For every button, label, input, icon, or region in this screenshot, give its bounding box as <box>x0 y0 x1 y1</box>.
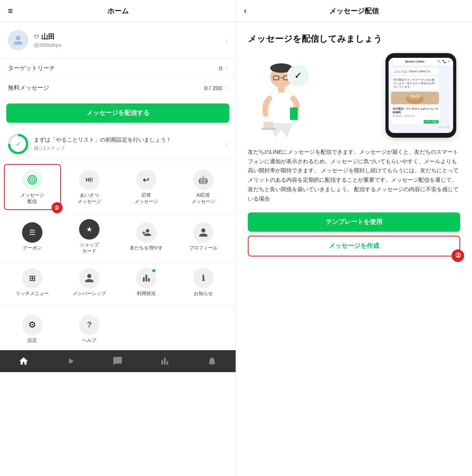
chat-coffee-image <box>391 92 439 104</box>
menu-item-message-delivery[interactable]: メッセージ配信 ① <box>4 164 61 210</box>
chat-coupon-card: 本日限定！ランチタイムのコーヒー1杯無料 有効期限：2022/12/31 今すぐ… <box>391 106 440 124</box>
membership-label: メンバーシップ <box>73 291 106 297</box>
phone-messages: こんにちは！Brown Coffeeです。 本日限定のランチクーポンをお届けしま… <box>389 66 453 133</box>
profile-name-row: 🛡 山田 <box>34 32 225 41</box>
send-message-button[interactable]: メッセージを配信する <box>6 103 229 123</box>
profile-menu-label: プロフィール <box>189 245 218 251</box>
nav-home[interactable] <box>0 351 47 372</box>
free-message-label: 無料メッセージ <box>8 84 49 92</box>
phone-chat-header: ‹ Brown Coffee 🔍📞≡ <box>389 58 453 66</box>
back-icon[interactable]: ‹ <box>244 6 247 16</box>
chat-card-footer: 今すぐ確認 <box>391 119 440 124</box>
menu-item-ai[interactable]: 🤖 AI応答メッセージ <box>175 164 232 210</box>
chat-bubble-2: 本日限定のランチクーポンをお届けします！皆さまのご来店をお待ちしています。 <box>391 76 439 90</box>
free-message-value: 0 / 200 <box>204 85 222 91</box>
usage-icon <box>136 268 157 288</box>
right-panel-title: メッセージを配信してみましょう <box>248 33 460 45</box>
profile-id: @356bdhpx <box>34 42 225 48</box>
phone-screen: ‹ Brown Coffee 🔍📞≡ こんにちは！Brown Coffeeです。… <box>389 58 453 133</box>
settings-row: ⚙ 設定 ? ヘルプ <box>0 306 236 350</box>
template-button[interactable]: テンプレートを使用 <box>248 212 460 232</box>
left-panel: 🛡 山田 @356bdhpx › ターゲットリーチ 0 › 無料メッセージ 0 … <box>0 22 236 476</box>
usage-label: 利用状況 <box>137 291 156 297</box>
todo-check-icon: ✓ <box>16 140 21 148</box>
menu-item-profile[interactable]: プロフィール <box>175 214 232 259</box>
coffee-svg <box>403 92 427 104</box>
menu-item-shopcard[interactable]: ★ ショップカード <box>61 214 118 259</box>
menu-item-coupon[interactable]: ☰ クーポン <box>4 214 61 259</box>
profile-name: 山田 <box>41 32 55 41</box>
richmenu-label: リッチメニュー <box>16 291 49 297</box>
free-message-value-row: 0 / 200 › <box>204 84 228 92</box>
greeting-label: あいさつメッセージ <box>77 192 101 205</box>
menu-item-response[interactable]: ↩ 応答メッセージ <box>118 164 175 210</box>
phone-menu-label: メニュー▲ <box>391 126 451 129</box>
person-icon <box>13 35 24 46</box>
create-message-button[interactable]: メッセージを作成 <box>248 236 460 256</box>
target-reach-value: 0 <box>219 65 222 72</box>
phone-brand-name: Brown Coffee <box>405 60 424 63</box>
target-reach-value-row: 0 › <box>219 64 228 72</box>
ai-icon: 🤖 <box>193 170 214 190</box>
main-content: 🛡 山田 @356bdhpx › ターゲットリーチ 0 › 無料メッセージ 0 … <box>0 22 472 476</box>
help-label: ヘルプ <box>82 338 96 344</box>
response-icon: ↩ <box>136 170 157 190</box>
menu-icon[interactable]: ≡ <box>8 6 13 16</box>
target-reach-row[interactable]: ターゲットリーチ 0 › <box>0 59 236 78</box>
profile-icon <box>193 222 214 243</box>
help-icon: ? <box>79 315 100 335</box>
person-illustration: ✓ <box>252 61 315 140</box>
message-chevron: › <box>225 84 228 92</box>
description-text: 友だちのLINEにメッセージを配信できます。メッセージが届くと、友だちのスマート… <box>248 148 460 204</box>
menu-item-richmenu[interactable]: ⊞ リッチメニュー <box>4 263 61 302</box>
shield-icon: 🛡 <box>34 34 39 40</box>
profile-section[interactable]: 🛡 山田 @356bdhpx › <box>0 22 236 59</box>
menu-item-add-friends[interactable]: 友だちを増やす <box>118 214 175 259</box>
chat-bubble-1: こんにちは！Brown Coffeeです。 <box>391 68 439 75</box>
membership-icon <box>79 268 100 288</box>
menu-item-greeting[interactable]: Hi! あいさつメッセージ <box>61 164 118 210</box>
ai-label: AI応答メッセージ <box>192 192 215 205</box>
todo-progress-circle: ✓ <box>8 134 28 154</box>
chat-card-body: 本日限定！ランチタイムのコーヒー1杯無料 有効期限：2022/12/31 <box>391 106 440 119</box>
add-friends-label: 友だちを増やす <box>130 245 163 251</box>
nav-chat[interactable] <box>94 351 142 372</box>
svg-point-2 <box>31 179 33 181</box>
coupon-label: クーポン <box>23 245 42 251</box>
menu-item-membership[interactable]: メンバーシップ <box>61 263 118 302</box>
add-friends-icon <box>136 222 157 243</box>
nav-play[interactable] <box>47 351 94 372</box>
menu-row-3: ⊞ リッチメニュー メンバーシップ 利用状況 ℹ お知らせ <box>0 263 236 306</box>
left-header-title: ホーム <box>107 6 129 16</box>
todo-chevron: › <box>225 140 228 148</box>
todo-sub: 残り1ステップ <box>34 145 220 152</box>
right-header-title: メッセージ配信 <box>329 6 379 16</box>
shopcard-icon: ★ <box>79 219 100 240</box>
menu-item-settings[interactable]: ⚙ 設定 <box>4 310 61 349</box>
svg-rect-11 <box>262 128 275 130</box>
richmenu-icon: ⊞ <box>22 268 42 288</box>
speech-bubble: ✓ <box>287 65 309 87</box>
menu-item-usage[interactable]: 利用状況 <box>118 263 175 302</box>
notice-icon: ℹ <box>193 268 214 288</box>
todo-section[interactable]: ✓ まずは「やることリスト」の初期設定を行いましょう！ 残り1ステップ › <box>0 128 236 160</box>
menu-item-notice[interactable]: ℹ お知らせ <box>175 263 232 302</box>
phone-mockup: ‹ Brown Coffee 🔍📞≡ こんにちは！Brown Coffeeです。… <box>385 53 456 138</box>
nav-bell[interactable] <box>188 351 236 372</box>
svg-rect-8 <box>290 107 298 120</box>
reach-chevron: › <box>225 64 228 72</box>
step-2-badge: ② <box>452 249 464 262</box>
free-message-row[interactable]: 無料メッセージ 0 / 200 › <box>0 78 236 98</box>
menu-item-help[interactable]: ? ヘルプ <box>61 310 118 349</box>
illustration-area: ✓ <box>248 53 460 140</box>
svg-rect-9 <box>278 87 284 92</box>
step-1-badge: ① <box>52 202 63 213</box>
top-header: ≡ ホーム ‹ メッセージ配信 <box>0 0 472 22</box>
svg-rect-10 <box>264 122 273 128</box>
phone-chat-icons: 🔍📞≡ <box>437 60 450 63</box>
nav-chart[interactable] <box>141 351 188 372</box>
todo-circle-inner: ✓ <box>10 136 26 152</box>
settings-icon: ⚙ <box>22 315 42 335</box>
message-delivery-icon <box>22 170 42 190</box>
profile-info: 🛡 山田 @356bdhpx <box>34 32 225 48</box>
